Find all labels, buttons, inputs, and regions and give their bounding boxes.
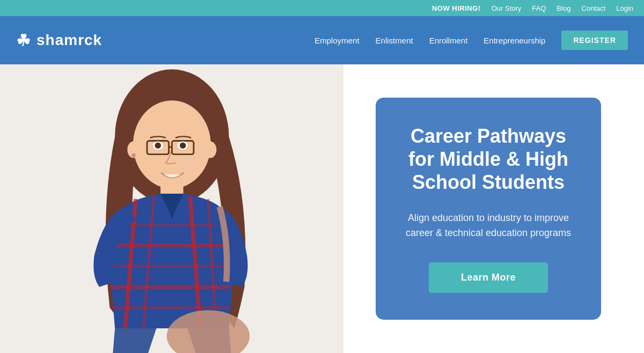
card-subtitle: Align education to industry to improve c…	[397, 210, 580, 241]
main-nav: ☘ shamrck Employment Enlistment Enrollme…	[0, 16, 644, 64]
card-title: Career Pathways for Middle & High School…	[397, 124, 580, 194]
svg-point-9	[180, 142, 186, 149]
svg-point-11	[204, 142, 216, 158]
person-illustration	[27, 64, 327, 353]
nav-links: Employment Enlistment Enrollment Entrepr…	[314, 31, 628, 50]
hero-section: Career Pathways for Middle & High School…	[0, 64, 644, 353]
faq-link[interactable]: FAQ	[532, 4, 546, 12]
logo[interactable]: ☘ shamrck	[16, 31, 102, 50]
contact-link[interactable]: Contact	[581, 4, 605, 12]
employment-nav-link[interactable]: Employment	[314, 36, 359, 45]
logo-text: shamrck	[36, 32, 102, 49]
svg-point-7	[155, 142, 161, 149]
now-hiring-link[interactable]: NOW HIRING!	[432, 4, 481, 12]
our-story-link[interactable]: Our Story	[492, 4, 522, 12]
enlistment-nav-link[interactable]: Enlistment	[376, 36, 413, 45]
top-bar: NOW HIRING! Our Story FAQ Blog Contact L…	[0, 0, 644, 16]
person-image	[0, 64, 343, 353]
learn-more-button[interactable]: Learn More	[429, 262, 548, 293]
enrollment-nav-link[interactable]: Enrollment	[429, 36, 468, 45]
register-button[interactable]: REGISTER	[561, 31, 628, 50]
entrepreneurship-nav-link[interactable]: Entrepreneurship	[484, 36, 545, 45]
blog-link[interactable]: Blog	[557, 4, 570, 12]
login-link[interactable]: Login	[616, 4, 633, 12]
hero-info-card: Career Pathways for Middle & High School…	[376, 98, 601, 320]
svg-point-12	[131, 153, 136, 158]
shamrock-icon: ☘	[16, 31, 31, 50]
